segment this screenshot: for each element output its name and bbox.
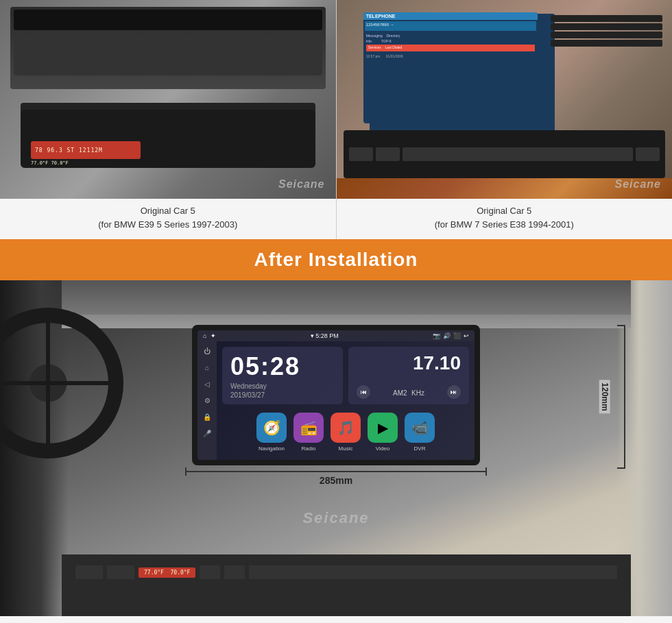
after-installation-banner: After Installation: [0, 239, 672, 280]
main-content: 05:28 Wednesday 2019/03/27 17.10 ⏮: [217, 341, 475, 460]
app-radio[interactable]: 📻 Radio: [293, 413, 324, 452]
car2-caption: Original Car 5 (for BMW 7 Series E38 199…: [435, 204, 574, 231]
next-button[interactable]: ⏭: [447, 385, 461, 399]
info-row: 05:28 Wednesday 2019/03/27 17.10 ⏮: [222, 347, 469, 404]
mic-nav-icon[interactable]: 🎤: [202, 428, 213, 439]
power-nav-icon[interactable]: ⏻: [202, 345, 213, 356]
app-dvr[interactable]: 📹 DVR: [405, 413, 435, 452]
app-navigation[interactable]: 🧭 Navigation: [256, 413, 287, 452]
time-display: 05:28: [230, 352, 335, 381]
seicane-watermark-after: Seicane: [302, 509, 369, 527]
width-dimension: 285mm: [192, 471, 480, 486]
device-frame: ⌂ ✦ ▾ 5:28 PM 📷 🔊 ⬛ ↩: [192, 325, 480, 465]
time-box: 05:28 Wednesday 2019/03/27: [222, 347, 343, 404]
status-bar: ⌂ ✦ ▾ 5:28 PM 📷 🔊 ⬛ ↩: [197, 330, 475, 341]
width-label: 285mm: [320, 475, 352, 486]
radio-controls: ⏮ AM2 KHz ⏭: [357, 385, 461, 399]
lock-nav-icon[interactable]: 🔒: [202, 411, 213, 422]
app-nav-label: Navigation: [259, 445, 285, 452]
radio-box: 17.10 ⏮ AM2 KHz ⏭: [348, 347, 469, 404]
status-time: ▾ 5:28 PM: [311, 332, 339, 339]
top-section: 78 96.3 ST 12112M 77.0°F 70.0°F Seicane …: [0, 0, 672, 239]
prev-button[interactable]: ⏮: [357, 385, 370, 399]
date-display: 2019/03/27: [230, 391, 335, 399]
app-music-label: Music: [339, 445, 353, 452]
width-line: [185, 471, 487, 472]
radio-band-label: AM2 KHz: [393, 386, 424, 398]
car1-caption: Original Car 5 (for BMW E39 5 Series 199…: [98, 204, 237, 231]
camera-icon-status[interactable]: 📷: [433, 332, 440, 339]
app-dvr-label: DVR: [414, 445, 426, 452]
top-trim: [62, 280, 631, 315]
settings-nav-icon[interactable]: ⚙: [202, 395, 213, 406]
status-left: ⌂ ✦: [203, 332, 216, 339]
after-section: 77.0°F 70.0°F ⌂ ✦ ▾ 5:28 PM: [0, 280, 672, 616]
after-installation-title: After Installation: [254, 249, 418, 270]
screen-body: ⏻ ⌂ ◁ ⚙ 🔒 🎤 05:28 Wednesday: [197, 341, 475, 460]
day-display: Wednesday: [230, 382, 335, 390]
freq-display: 17.10: [357, 352, 461, 374]
app-video-label: Video: [376, 445, 389, 452]
app-music[interactable]: 🎵 Music: [331, 413, 361, 452]
bottom-dash: 77.0°F 70.0°F: [62, 554, 631, 616]
car2-item: TELEPHONE 1234567890 → Messaging Directo…: [337, 0, 673, 239]
device-screen: ⌂ ✦ ▾ 5:28 PM 📷 🔊 ⬛ ↩: [197, 330, 475, 460]
car2-image: TELEPHONE 1234567890 → Messaging Directo…: [337, 0, 673, 199]
status-right: 📷 🔊 ⬛ ↩: [433, 332, 469, 339]
watermark-car2: Seicane: [615, 178, 661, 191]
car1-image: 78 96.3 ST 12112M 77.0°F 70.0°F Seicane: [0, 0, 336, 199]
app-radio-label: Radio: [302, 445, 316, 452]
app-music-icon[interactable]: 🎵: [331, 413, 361, 443]
volume-icon-status[interactable]: 🔊: [443, 332, 451, 339]
device-unit: ⌂ ✦ ▾ 5:28 PM 📷 🔊 ⬛ ↩: [192, 325, 480, 486]
home-icon-status[interactable]: ⌂: [203, 332, 206, 339]
screen-icon-status[interactable]: ⬛: [453, 332, 461, 339]
home-nav-icon[interactable]: ⌂: [202, 362, 213, 373]
app-video-icon[interactable]: ▶: [368, 413, 398, 443]
height-label: 120mm: [599, 380, 610, 413]
app-video[interactable]: ▶ Video: [368, 413, 398, 452]
back-nav-icon[interactable]: ◁: [202, 378, 213, 389]
watermark-car1: Seicane: [278, 178, 324, 191]
app-radio-icon[interactable]: 📻: [293, 413, 324, 443]
wifi-icon: ▾: [311, 332, 314, 339]
app-dvr-icon[interactable]: 📹: [405, 413, 435, 443]
side-nav: ⏻ ⌂ ◁ ⚙ 🔒 🎤: [197, 341, 217, 460]
app-nav-icon[interactable]: 🧭: [256, 413, 287, 443]
apps-row: 🧭 Navigation 📻 Radio 🎵 Music: [222, 410, 469, 454]
height-dimension: 120mm: [609, 325, 625, 469]
car1-item: 78 96.3 ST 12112M 77.0°F 70.0°F Seicane …: [0, 0, 336, 239]
settings-icon-status[interactable]: ✦: [211, 332, 216, 339]
back-icon-status[interactable]: ↩: [464, 332, 469, 339]
